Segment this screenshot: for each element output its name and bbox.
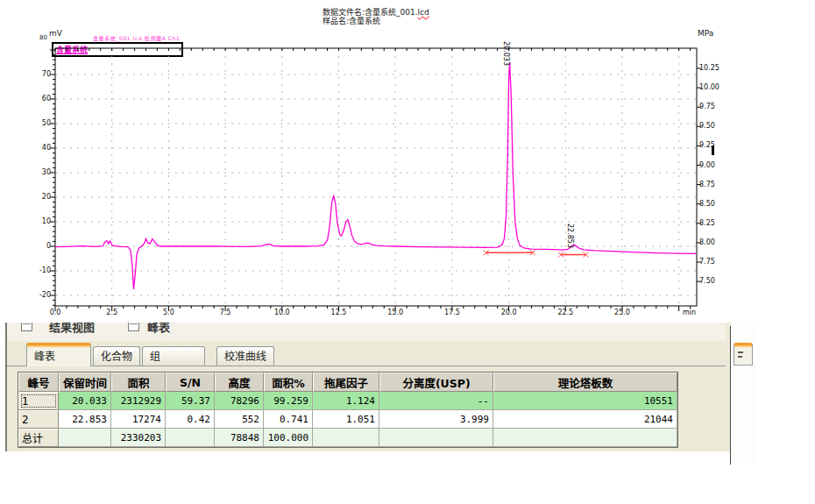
tab-1[interactable]: 峰表 bbox=[26, 343, 91, 366]
x-axis-unit: min bbox=[683, 309, 696, 316]
adjacent-panel-fragment bbox=[730, 326, 755, 465]
pressure-tick-label: 9.50 bbox=[699, 122, 715, 130]
table-cell[interactable]: 17274 bbox=[111, 410, 166, 429]
table-cell[interactable]: 552 bbox=[215, 410, 264, 429]
tab-3[interactable]: 组 bbox=[142, 346, 205, 366]
table-icon[interactable] bbox=[128, 323, 139, 331]
x-axis-tick-label: 17.5 bbox=[439, 309, 465, 316]
y-axis-tick-label: 70 bbox=[21, 70, 51, 78]
adjacent-panel-tab-fragment[interactable] bbox=[734, 343, 753, 366]
table-cell[interactable] bbox=[166, 429, 215, 447]
x-axis-tick-label: 7.5 bbox=[212, 309, 238, 316]
clipped-glyph bbox=[738, 351, 743, 353]
results-tabstrip: 峰表化合物组校准曲线 bbox=[7, 341, 726, 366]
x-axis-tick-label: 12.5 bbox=[326, 309, 352, 316]
chromatogram-plot[interactable] bbox=[0, 0, 815, 323]
y-axis-tick-label: 40 bbox=[21, 144, 51, 152]
table-total-row: 总计233020378848100.000 bbox=[18, 429, 677, 447]
column-header[interactable]: 分离度(USP) bbox=[379, 373, 493, 392]
table-cell[interactable] bbox=[379, 429, 493, 447]
column-header[interactable]: 面积% bbox=[264, 373, 313, 392]
pressure-tick-label: 9.75 bbox=[699, 103, 715, 110]
x-axis-tick-label: 0.0 bbox=[42, 309, 68, 316]
pressure-tick-label: 8.75 bbox=[699, 181, 715, 188]
y-axis-tick-label: 10 bbox=[21, 217, 51, 225]
x-axis-tick-label: 5.0 bbox=[155, 309, 181, 316]
y-axis-tick-label: 60 bbox=[21, 95, 51, 103]
table-cell[interactable]: 1.124 bbox=[313, 392, 379, 410]
table-cell[interactable]: 1.051 bbox=[313, 410, 379, 429]
column-header[interactable]: S/N bbox=[166, 373, 215, 392]
x-axis-tick-label: 22.5 bbox=[552, 309, 578, 316]
table-cell[interactable]: 2312929 bbox=[111, 392, 166, 410]
table-row: 222.853172740.425520.7411.0513.99921044 bbox=[18, 410, 677, 429]
table-cell[interactable]: 22.853 bbox=[59, 410, 111, 429]
table-cell[interactable]: 10551 bbox=[493, 392, 677, 410]
results-toolbar-clipped: 结果视图 峰表 bbox=[7, 323, 726, 341]
column-header[interactable]: 保留时间 bbox=[59, 373, 111, 392]
results-view-label: 结果视图 bbox=[49, 323, 95, 335]
peak-table: 峰号保留时间面积S/N高度面积%拖尾因子分离度(USP)理论塔板数120.033… bbox=[18, 372, 678, 448]
row-header[interactable]: 总计 bbox=[18, 429, 59, 447]
pressure-tick-label: 9.00 bbox=[699, 161, 715, 169]
table-cell[interactable]: 3.999 bbox=[379, 410, 493, 429]
table-cell[interactable] bbox=[59, 429, 111, 447]
row-header[interactable]: 2 bbox=[18, 410, 59, 429]
column-header[interactable]: 面积 bbox=[111, 373, 166, 392]
pressure-tick-label: 10.00 bbox=[699, 83, 719, 91]
y-axis-tick-label: 30 bbox=[21, 168, 51, 176]
table-cell[interactable]: -- bbox=[379, 392, 493, 410]
table-cell[interactable]: 20.033 bbox=[59, 392, 111, 410]
table-cell[interactable]: 78296 bbox=[215, 392, 264, 410]
chromatogram-curve bbox=[55, 62, 696, 289]
table-cell[interactable]: 0.741 bbox=[264, 410, 313, 429]
y-axis-tick-label: 50 bbox=[21, 119, 51, 127]
text-cursor bbox=[712, 146, 714, 155]
table-cell[interactable] bbox=[493, 429, 677, 447]
column-header[interactable]: 拖尾因子 bbox=[313, 373, 379, 392]
column-header[interactable]: 高度 bbox=[215, 373, 264, 392]
y-axis-tick-label: -10 bbox=[21, 266, 51, 274]
chromatogram-panel: 数据文件名:含量系统_001.lcd 样品名:含量系统 80 mV MPa 含量… bbox=[0, 0, 815, 323]
table-cell[interactable] bbox=[313, 429, 379, 447]
column-header[interactable]: 理论塔板数 bbox=[493, 373, 677, 392]
results-panel: 结果视图 峰表 峰表化合物组校准曲线 峰号保留时间面积S/N高度面积%拖尾因子分… bbox=[5, 323, 731, 451]
clipped-glyph bbox=[738, 356, 742, 358]
x-axis-tick-label: 20.0 bbox=[496, 309, 522, 316]
table-cell[interactable]: 0.42 bbox=[166, 410, 215, 429]
table-cell[interactable]: 99.259 bbox=[264, 392, 313, 410]
y-axis-tick-label: -20 bbox=[21, 291, 51, 299]
app-window: 数据文件名:含量系统_001.lcd 样品名:含量系统 80 mV MPa 含量… bbox=[0, 0, 815, 504]
x-axis-tick-label: 15.0 bbox=[382, 309, 408, 316]
y-axis-tick-label: 20 bbox=[21, 193, 51, 201]
table-row: 120.033231292959.377829699.2591.124--105… bbox=[18, 392, 677, 410]
y-axis-tick-label: 0 bbox=[21, 242, 51, 250]
pressure-tick-label: 7.50 bbox=[699, 277, 715, 285]
table-cell[interactable]: 59.37 bbox=[166, 392, 215, 410]
peak-label: 22.853 bbox=[566, 224, 574, 248]
pressure-tick-label: 8.50 bbox=[699, 200, 715, 208]
table-cell[interactable]: 21044 bbox=[493, 410, 677, 429]
x-axis-tick-label: 10.0 bbox=[269, 309, 295, 316]
tab-4[interactable]: 校准曲线 bbox=[216, 346, 274, 366]
peak-table-label: 峰表 bbox=[147, 323, 170, 335]
tab-2[interactable]: 化合物 bbox=[93, 346, 140, 366]
peak-label: 20.033 bbox=[502, 41, 510, 66]
pressure-tick-label: 7.75 bbox=[699, 258, 715, 266]
table-cell[interactable]: 2330203 bbox=[111, 429, 166, 447]
table-cell[interactable]: 100.000 bbox=[264, 429, 313, 447]
x-axis-tick-label: 2.5 bbox=[99, 309, 125, 316]
pressure-tick-label: 8.25 bbox=[699, 219, 715, 227]
pressure-tick-label: 10.25 bbox=[699, 64, 719, 72]
row-header[interactable]: 1 bbox=[18, 392, 59, 410]
x-axis-tick-label: 25.0 bbox=[609, 309, 635, 316]
table-cell[interactable]: 78848 bbox=[215, 429, 264, 447]
pressure-tick-label: 8.00 bbox=[699, 238, 715, 246]
window-icon[interactable] bbox=[21, 323, 32, 331]
column-header[interactable]: 峰号 bbox=[18, 373, 59, 392]
table-header-row: 峰号保留时间面积S/N高度面积%拖尾因子分离度(USP)理论塔板数 bbox=[18, 373, 677, 392]
